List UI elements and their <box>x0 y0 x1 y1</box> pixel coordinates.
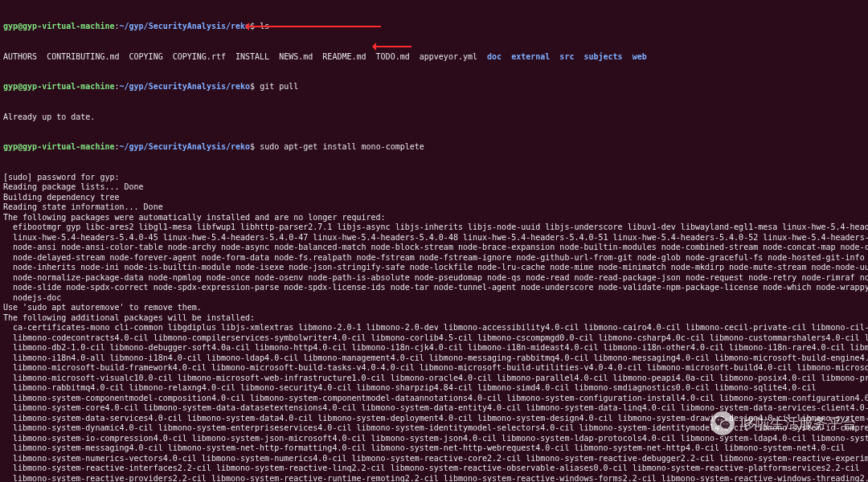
apt-output-line: efibootmgr gyp libc-ares2 libgl1-mesa li… <box>3 223 865 233</box>
apt-output-line: Reading state information... Done <box>3 202 865 213</box>
apt-output-line: libmono-codecontracts4.0-cil libmono-com… <box>3 333 865 344</box>
apt-output-line: libmono-system-reactive-interfaces2.2-ci… <box>3 464 865 474</box>
apt-output-line: The following additional packages will b… <box>3 313 865 324</box>
apt-output-line: libmono-microsoft-build-framework4.0-cil… <box>3 363 865 374</box>
apt-output-line: node-inherits node-ini node-is-builtin-m… <box>3 263 865 273</box>
apt-output-line: libmono-system-reactive-providers2.2-cil… <box>3 474 865 483</box>
annotation-arrow-1 <box>248 26 381 27</box>
apt-output-line: libmono-system-data-services4.0-cil libm… <box>3 414 865 424</box>
prompt-ls: gyp@gyp-virtual-machine:~/gyp/SecurityAn… <box>3 22 865 32</box>
apt-output-line: libmono-system-core4.0-cil libmono-syste… <box>3 403 865 414</box>
annotation-arrow-2 <box>375 46 411 47</box>
apt-output-line: Use 'sudo apt autoremove' to remove them… <box>3 303 865 313</box>
apt-output-line: The following packages were automaticall… <box>3 213 865 223</box>
apt-output-line: libmono-system-io-compression4.0-cil lib… <box>3 434 865 444</box>
apt-output-block: [sudo] password for gyp:Reading package … <box>3 173 865 483</box>
apt-output-line: node-slide node-spdx-correct node-spdx-e… <box>3 283 865 293</box>
apt-output-line: libmono-system-messaging4.0-cil libmono-… <box>3 443 865 454</box>
apt-output-line: libmono-system-numerics-vectors4.0-cil l… <box>3 454 865 464</box>
apt-output-line: nodejs-doc <box>3 293 865 304</box>
ls-output: AUTHORS CONTRIBUTING.md COPYING COPYING.… <box>3 52 865 63</box>
prompt-gitpull: gyp@gyp-virtual-machine:~/gyp/SecurityAn… <box>3 82 865 92</box>
gitpull-output: Already up to date. <box>3 112 865 123</box>
prompt-install: gyp@gyp-virtual-machine:~/gyp/SecurityAn… <box>3 142 865 153</box>
apt-output-line: libmono-db2-1.0-cil libmono-debugger-sof… <box>3 343 865 353</box>
apt-output-line: Building dependency tree <box>3 193 865 203</box>
apt-output-line: ca-certificates-mono cli-common libgdipl… <box>3 323 865 333</box>
apt-output-line: linux-hwe-5.4-headers-5.4.0-45 linux-hwe… <box>3 233 865 243</box>
apt-output-line: libmono-system-componentmodel-compositio… <box>3 394 865 404</box>
apt-output-line: libmono-i18n4.0-all libmono-i18n4.0-cil … <box>3 353 865 364</box>
apt-output-line: libmono-system-dynamic4.0-cil libmono-sy… <box>3 423 865 434</box>
terminal[interactable]: gyp@gyp-virtual-machine:~/gyp/SecurityAn… <box>0 0 868 482</box>
apt-output-line: [sudo] password for gyp: <box>3 173 865 183</box>
apt-output-line: node-delayed-stream node-forever-agent n… <box>3 253 865 263</box>
apt-output-line: libmono-microsoft-visualc10.0-cil libmon… <box>3 374 865 384</box>
apt-output-line: Reading package lists... Done <box>3 182 865 193</box>
apt-output-line: libmono-rabbitmq4.0-cil libmono-relaxng4… <box>3 383 865 394</box>
apt-output-line: node-normalize-package-data node-npmlog … <box>3 273 865 284</box>
apt-output-line: node-ansi node-ansi-color-table node-arc… <box>3 243 865 253</box>
